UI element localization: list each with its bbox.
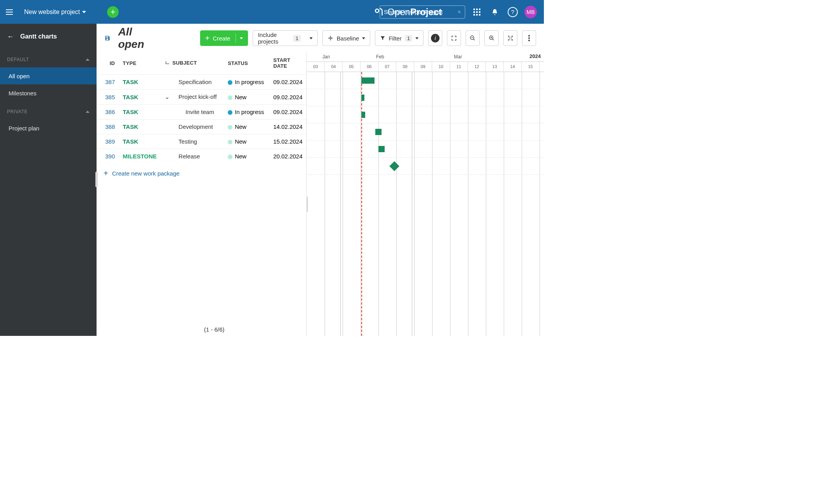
- col-subject[interactable]: ㄴSUBJECT: [161, 53, 224, 75]
- wp-status: New: [224, 149, 269, 164]
- wp-status: New: [224, 90, 269, 105]
- wp-status: In progress: [224, 75, 269, 90]
- gantt-row[interactable]: [307, 123, 544, 140]
- wp-subject[interactable]: Testing: [161, 134, 224, 149]
- filter-button[interactable]: Filter 1: [375, 30, 424, 46]
- view-title: All open: [118, 26, 155, 51]
- zoom-out-button[interactable]: [466, 30, 480, 46]
- gantt-week-label: 12: [468, 62, 486, 72]
- back-button[interactable]: ←: [7, 33, 14, 41]
- gantt-bar[interactable]: [361, 112, 365, 118]
- create-button[interactable]: + Create: [200, 30, 248, 46]
- wp-subject[interactable]: Release: [161, 149, 224, 164]
- openproject-icon: [374, 7, 384, 17]
- wp-type: TASK: [119, 134, 160, 149]
- wp-id-link[interactable]: 388: [97, 119, 119, 134]
- wp-id-link[interactable]: 385: [97, 90, 119, 105]
- chevron-up-icon: [86, 111, 90, 113]
- sidebar-item[interactable]: All open: [0, 67, 97, 84]
- wp-subject[interactable]: ⌄Project kick-off: [161, 90, 224, 105]
- table-row[interactable]: 385TASK⌄Project kick-offNew09.02.2024: [97, 90, 306, 105]
- wp-id-link[interactable]: 387: [97, 75, 119, 90]
- gantt-week-label: 03: [307, 62, 325, 72]
- wp-subject[interactable]: Specification: [161, 75, 224, 90]
- svg-point-12: [528, 37, 530, 39]
- main-area: All open + Create Include projects 1 Bas…: [97, 24, 544, 336]
- svg-point-0: [375, 9, 379, 12]
- include-projects-button[interactable]: Include projects 1: [253, 30, 317, 46]
- table-row[interactable]: 390MILESTONEReleaseNew20.02.2024: [97, 149, 306, 164]
- top-bar: New website project + OpenProject ? MB: [0, 0, 544, 24]
- auto-zoom-button[interactable]: [503, 30, 517, 46]
- col-id[interactable]: ID: [97, 53, 119, 75]
- sidebar: ← Gantt charts DEFAULTAll openMilestones…: [0, 24, 97, 336]
- gantt-week-label: 06: [361, 62, 378, 72]
- caret-down-icon: [310, 37, 313, 39]
- help-icon: ?: [508, 7, 518, 17]
- gantt-bar[interactable]: [378, 146, 385, 152]
- gantt-bar[interactable]: [361, 77, 375, 84]
- caret-down-icon: [240, 37, 243, 39]
- wp-status: In progress: [224, 105, 269, 119]
- zoom-in-button[interactable]: [484, 30, 498, 46]
- fullscreen-button[interactable]: [447, 30, 461, 46]
- svg-line-2: [460, 12, 461, 13]
- sidebar-group-header[interactable]: DEFAULT: [0, 52, 97, 67]
- menu-toggle-button[interactable]: [0, 0, 19, 24]
- gantt-row[interactable]: [307, 72, 544, 89]
- search-icon: [458, 9, 461, 15]
- plus-icon: +: [111, 7, 116, 17]
- svg-point-1: [458, 11, 460, 13]
- gantt-row[interactable]: [307, 106, 544, 123]
- wp-subject[interactable]: Development: [161, 119, 224, 134]
- baseline-button[interactable]: Baseline: [322, 30, 371, 46]
- chevron-down-icon[interactable]: ⌄: [165, 93, 170, 100]
- gantt-row[interactable]: [307, 89, 544, 106]
- wp-id-link[interactable]: 386: [97, 105, 119, 119]
- table-row[interactable]: 387TASKSpecificationIn progress09.02.202…: [97, 75, 306, 90]
- table-row[interactable]: 388TASKDevelopmentNew14.02.2024: [97, 119, 306, 134]
- status-dot-icon: [228, 155, 232, 159]
- wp-id-link[interactable]: 389: [97, 134, 119, 149]
- project-selector[interactable]: New website project: [19, 9, 91, 16]
- table-row[interactable]: 389TASKTestingNew15.02.2024: [97, 134, 306, 149]
- gantt-body[interactable]: [307, 72, 544, 336]
- help-button[interactable]: ?: [506, 6, 519, 18]
- more-menu-button[interactable]: [522, 30, 536, 46]
- wp-status: New: [224, 119, 269, 134]
- fullscreen-icon: [451, 35, 457, 41]
- sidebar-item[interactable]: Project plan: [0, 119, 97, 137]
- wp-status: New: [224, 134, 269, 149]
- gantt-bar[interactable]: [375, 129, 382, 135]
- wp-id-link[interactable]: 390: [97, 149, 119, 164]
- zoom-in-icon: [489, 35, 495, 41]
- modules-button[interactable]: [471, 6, 483, 18]
- baseline-icon: [327, 35, 334, 41]
- sidebar-item[interactable]: Milestones: [0, 84, 97, 102]
- gantt-milestone-marker[interactable]: [389, 161, 399, 171]
- info-button[interactable]: i: [428, 30, 442, 46]
- status-dot-icon: [228, 80, 232, 85]
- global-add-button[interactable]: +: [107, 6, 119, 18]
- sidebar-group-header[interactable]: PRIVATE: [0, 104, 97, 119]
- create-work-package-link[interactable]: + Create new work package: [97, 163, 306, 183]
- table-row[interactable]: 386TASKInvite teamIn progress09.02.2024: [97, 105, 306, 119]
- col-start-date[interactable]: START DATE: [269, 53, 306, 75]
- gantt-week-label: 08: [396, 62, 414, 72]
- gantt-week-label: 15: [522, 62, 540, 72]
- gantt-bar[interactable]: [361, 95, 364, 101]
- wp-type: TASK: [119, 105, 160, 119]
- wp-type: TASK: [119, 119, 160, 134]
- wp-type: TASK: [119, 90, 160, 105]
- wp-start-date: 14.02.2024: [269, 119, 306, 134]
- wp-subject[interactable]: Invite team: [161, 105, 224, 119]
- col-type[interactable]: TYPE: [119, 53, 160, 75]
- user-avatar[interactable]: MB: [524, 6, 537, 18]
- notifications-button[interactable]: [489, 6, 501, 18]
- col-status[interactable]: STATUS: [224, 53, 269, 75]
- gantt-row[interactable]: [307, 158, 544, 175]
- save-icon[interactable]: [104, 35, 110, 42]
- caret-down-icon: [362, 37, 365, 39]
- gantt-row[interactable]: [307, 140, 544, 158]
- status-dot-icon: [228, 140, 232, 144]
